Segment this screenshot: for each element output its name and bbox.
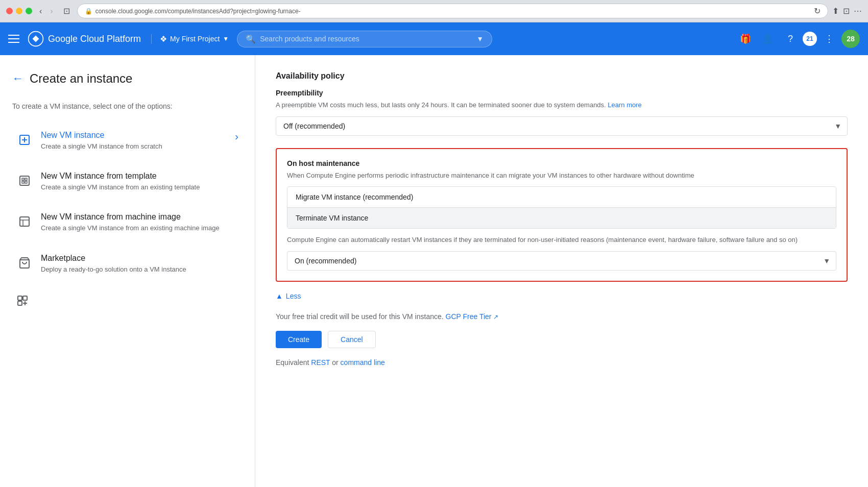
user-avatar[interactable]: 28 [841,30,860,48]
on-host-maintenance-section: On host maintenance When Compute Engine … [276,148,848,282]
create-button[interactable]: Create [276,331,322,348]
new-vm-arrow: › [235,131,238,142]
gcp-logo: Google Cloud Platform [28,31,141,47]
template-vm-title: New VM instance from template [41,172,238,181]
project-dropdown-arrow: ▼ [223,35,229,42]
project-icon: ❖ [160,34,167,44]
share-button[interactable]: ⬆ [832,6,839,16]
sidebar-item-machine-image-vm[interactable]: New VM instance from machine image Creat… [12,204,243,241]
maximize-traffic-light[interactable] [26,8,32,14]
forward-nav-button[interactable]: › [47,6,56,17]
notification-badge[interactable]: 21 [803,32,817,46]
back-nav-button[interactable]: ‹ [36,6,45,17]
traffic-lights [6,8,32,14]
preemptibility-select[interactable]: Off (recommended) On [276,116,848,136]
external-link-icon: ↗ [493,313,498,321]
free-trial-text: Your free trial credit will be used for … [276,312,848,321]
sidebar-item-new-vm[interactable]: New VM instance Create a single VM insta… [12,123,243,159]
svg-rect-9 [20,217,29,226]
browser-actions: ⬆ ⊡ ⋯ [832,6,862,16]
marketplace-title: Marketplace [41,254,238,263]
machine-image-vm-title: New VM instance from machine image [41,212,238,222]
main-content: Availability policy Preemptibility A pre… [255,55,868,487]
on-host-maintenance-label: On host maintenance [287,159,836,167]
template-vm-icon [16,173,33,189]
auto-restart-select[interactable]: On (recommended) Off [287,251,836,271]
url-text: console.cloud.google.com/compute/instanc… [95,8,811,15]
more-options-button[interactable]: ⋮ [819,29,839,49]
gcp-free-tier-link[interactable]: GCP Free Tier ↗ [446,312,499,321]
svg-rect-6 [25,178,27,180]
command-line-link[interactable]: command line [341,358,385,367]
auto-restart-desc: Compute Engine can automatically restart… [287,235,836,245]
new-vm-desc: Create a single VM instance from scratch [41,142,227,151]
preemptibility-section: Preemptibility A preemptible VM costs mu… [276,89,848,136]
template-vm-desc: Create a single VM instance from an exis… [41,183,238,192]
rest-link[interactable]: REST [311,358,330,367]
cloud-storage-button[interactable]: 👤 [758,29,778,49]
availability-policy-title: Availability policy [276,71,848,81]
equivalent-text: Equivalent REST or command line [276,358,848,367]
on-host-maintenance-desc: When Compute Engine performs periodic in… [287,171,836,181]
auto-restart-select-wrapper: On (recommended) Off ▼ [287,251,836,271]
svg-rect-7 [22,181,24,183]
marketplace-content: Marketplace Deploy a ready-to-go solutio… [41,254,238,274]
sidebar-intro: To create a VM instance, select one of t… [12,102,243,110]
machine-image-vm-icon [16,213,33,230]
template-vm-content: New VM instance from template Create a s… [41,172,238,192]
svg-rect-14 [23,296,27,300]
new-vm-title: New VM instance [41,131,227,140]
left-sidebar: ← Create an instance To create a VM inst… [0,55,255,487]
help-button[interactable]: ? [780,29,801,49]
svg-rect-8 [25,181,27,183]
cloud-shell-button[interactable]: 🎁 [735,29,756,49]
sidebar-item-marketplace[interactable]: Marketplace Deploy a ready-to-go solutio… [12,246,243,282]
marketplace-desc: Deploy a ready-to-go solution onto a VM … [41,265,238,274]
address-bar[interactable]: 🔒 console.cloud.google.com/compute/insta… [77,4,828,18]
sidebar-action-button[interactable] [16,295,29,309]
maintenance-option-terminate[interactable]: Terminate VM instance [287,207,836,228]
machine-image-vm-content: New VM instance from machine image Creat… [41,212,238,233]
new-vm-icon [16,132,33,148]
maintenance-options-list: Migrate VM instance (recommended) Termin… [287,186,836,229]
browser-chrome: ‹ › ⊡ 🔒 console.cloud.google.com/compute… [0,0,868,22]
sidebar-toggle-button[interactable]: ⊡ [60,5,73,17]
less-label: Less [286,292,301,300]
project-selector[interactable]: ❖ My First Project ▼ [151,34,229,44]
hamburger-menu[interactable] [8,35,19,43]
browser-menu-button[interactable]: ⋯ [854,6,862,16]
learn-more-link[interactable]: Learn more [608,101,641,109]
svg-rect-13 [18,296,22,300]
less-arrow-icon: ▲ [276,292,283,300]
minimize-traffic-light[interactable] [16,8,22,14]
nav-buttons: ‹ › [36,6,56,17]
marketplace-icon [16,255,33,271]
svg-rect-15 [18,301,22,305]
preemptibility-desc: A preemptible VM costs much less, but la… [276,100,848,110]
sidebar-item-template-vm[interactable]: New VM instance from template Create a s… [12,163,243,200]
maintenance-option-migrate[interactable]: Migrate VM instance (recommended) [287,187,836,207]
search-expand-icon: ▼ [476,35,484,43]
gcp-header: Google Cloud Platform ❖ My First Project… [0,22,868,55]
back-button[interactable]: ← [12,72,23,85]
close-traffic-light[interactable] [6,8,13,14]
gcp-logo-icon [28,31,44,47]
svg-rect-5 [22,178,24,180]
extensions-button[interactable]: ⊡ [843,6,850,16]
search-placeholder: Search products and resources [260,35,472,43]
cancel-button[interactable]: Cancel [328,331,376,348]
gcp-title: Google Cloud Platform [48,34,141,44]
footer-section: Your free trial credit will be used for … [276,312,848,367]
machine-image-vm-desc: Create a single VM instance from an exis… [41,224,238,233]
less-button[interactable]: ▲ Less [276,292,301,300]
preemptibility-select-wrapper: Off (recommended) On ▼ [276,116,848,136]
page-body: ← Create an instance To create a VM inst… [0,55,868,487]
action-buttons: Create Cancel [276,331,848,348]
new-vm-content: New VM instance Create a single VM insta… [41,131,227,151]
search-icon: 🔍 [246,34,256,44]
project-name: My First Project [170,35,220,43]
reload-button[interactable]: ↻ [814,6,821,16]
search-bar[interactable]: 🔍 Search products and resources ▼ [237,31,492,47]
page-title: Create an instance [30,71,132,86]
ssl-lock-icon: 🔒 [85,8,92,15]
